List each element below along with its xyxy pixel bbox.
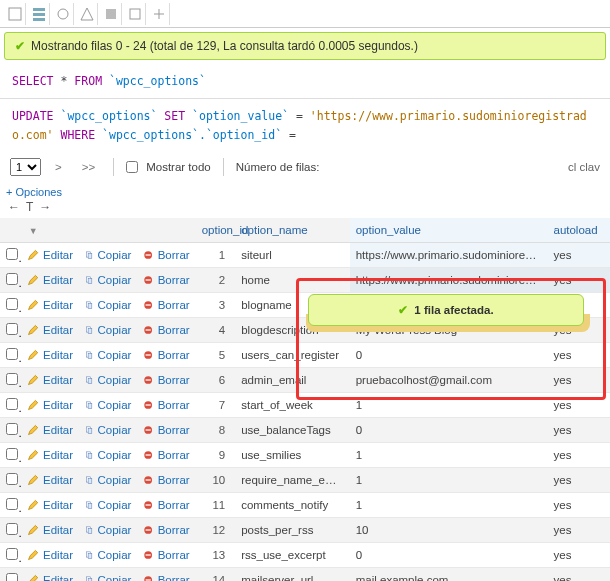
edit-link[interactable]: Editar <box>43 549 73 561</box>
row-checkbox[interactable] <box>6 448 18 460</box>
copy-link[interactable]: Copiar <box>97 274 131 286</box>
edit-link[interactable]: Editar <box>43 249 73 261</box>
row-checkbox[interactable] <box>6 473 18 485</box>
cell-option-id: 9 <box>196 443 236 468</box>
page-select[interactable]: 1 <box>10 158 41 176</box>
table-row: EditarCopiarBorrar11comments_notify1yes <box>0 493 610 518</box>
delete-link[interactable]: Borrar <box>158 299 190 311</box>
copy-link[interactable]: Copiar <box>97 449 131 461</box>
delete-link[interactable]: Borrar <box>158 424 190 436</box>
delete-link[interactable]: Borrar <box>158 399 190 411</box>
copy-link[interactable]: Copiar <box>97 299 131 311</box>
copy-link[interactable]: Copiar <box>97 574 131 581</box>
th-option-value[interactable]: option_value <box>350 218 548 243</box>
row-checkbox[interactable] <box>6 323 18 335</box>
copy-link[interactable]: Copiar <box>97 549 131 561</box>
cell-option-value[interactable]: https://www.primario.sudominioregistrado… <box>350 243 548 268</box>
row-checkbox[interactable] <box>6 398 18 410</box>
row-checkbox[interactable] <box>6 423 18 435</box>
row-checkbox[interactable] <box>6 373 18 385</box>
row-checkbox[interactable] <box>6 298 18 310</box>
tb-btn-1[interactable] <box>4 3 26 25</box>
arrow-right-icon[interactable]: → <box>39 200 51 214</box>
cell-option-value[interactable]: 1 <box>350 443 548 468</box>
cell-option-value[interactable]: https://www.primario.sudominioregistrado… <box>350 268 548 293</box>
delete-link[interactable]: Borrar <box>158 449 190 461</box>
copy-link[interactable]: Copiar <box>97 424 131 436</box>
edit-link[interactable]: Editar <box>43 349 73 361</box>
th-option-name[interactable]: option_name <box>235 218 350 243</box>
cell-autoload: yes <box>547 418 610 443</box>
edit-link[interactable]: Editar <box>43 449 73 461</box>
delete-link[interactable]: Borrar <box>158 374 190 386</box>
row-checkbox[interactable] <box>6 548 18 560</box>
edit-link[interactable]: Editar <box>43 474 73 486</box>
tb-btn-5[interactable] <box>100 3 122 25</box>
cell-option-value[interactable]: 1 <box>350 468 548 493</box>
delete-link[interactable]: Borrar <box>158 499 190 511</box>
delete-link[interactable]: Borrar <box>158 474 190 486</box>
delete-link[interactable]: Borrar <box>158 524 190 536</box>
delete-link[interactable]: Borrar <box>158 324 190 336</box>
sql-query-1: SELECT * FROM `wpcc_options` <box>0 64 610 99</box>
copy-link[interactable]: Copiar <box>97 374 131 386</box>
delete-link[interactable]: Borrar <box>158 274 190 286</box>
delete-link[interactable]: Borrar <box>158 549 190 561</box>
edit-link[interactable]: Editar <box>43 499 73 511</box>
cell-option-value[interactable]: mail.example.com <box>350 568 548 581</box>
delete-link[interactable]: Borrar <box>158 574 190 581</box>
tb-btn-6[interactable] <box>124 3 146 25</box>
copy-link[interactable]: Copiar <box>97 399 131 411</box>
copy-link[interactable]: Copiar <box>97 349 131 361</box>
table-row: EditarCopiarBorrar13rss_use_excerpt0yes <box>0 543 610 568</box>
edit-link[interactable]: Editar <box>43 399 73 411</box>
tb-btn-2[interactable] <box>28 3 50 25</box>
edit-link[interactable]: Editar <box>43 274 73 286</box>
copy-link[interactable]: Copiar <box>97 324 131 336</box>
sort-icon[interactable]: ▼ <box>29 226 38 236</box>
cell-option-value[interactable]: 1 <box>350 393 548 418</box>
arrow-t[interactable]: T <box>26 200 33 214</box>
edit-link[interactable]: Editar <box>43 424 73 436</box>
cell-option-value[interactable]: 1 <box>350 493 548 518</box>
cell-option-value[interactable]: 10 <box>350 518 548 543</box>
sql-query-2: UPDATE `wpcc_options` SET `option_value`… <box>0 99 610 152</box>
row-checkbox[interactable] <box>6 573 18 581</box>
row-checkbox[interactable] <box>6 348 18 360</box>
cell-option-value[interactable]: 0 <box>350 543 548 568</box>
cell-option-id: 14 <box>196 568 236 581</box>
copy-link[interactable]: Copiar <box>97 524 131 536</box>
show-all-checkbox[interactable] <box>126 161 138 173</box>
tb-btn-3[interactable] <box>52 3 74 25</box>
tb-btn-4[interactable] <box>76 3 98 25</box>
th-autoload[interactable]: autoload <box>547 218 610 243</box>
edit-link[interactable]: Editar <box>43 324 73 336</box>
svg-rect-26 <box>146 355 151 356</box>
next-page-btn[interactable]: > <box>49 159 68 175</box>
edit-link[interactable]: Editar <box>43 524 73 536</box>
cell-option-value[interactable]: pruebacolhost@gmail.com <box>350 368 548 393</box>
copy-link[interactable]: Copiar <box>97 499 131 511</box>
row-checkbox[interactable] <box>6 248 18 260</box>
cell-autoload: yes <box>547 468 610 493</box>
cell-option-id: 13 <box>196 543 236 568</box>
rows-count-label: Número de filas: <box>236 161 320 173</box>
delete-link[interactable]: Borrar <box>158 349 190 361</box>
arrow-left-icon[interactable]: ← <box>8 200 20 214</box>
copy-link[interactable]: Copiar <box>97 249 131 261</box>
svg-rect-30 <box>146 380 151 381</box>
tb-btn-7[interactable] <box>148 3 170 25</box>
row-checkbox[interactable] <box>6 523 18 535</box>
th-option-id[interactable]: option_id <box>196 218 236 243</box>
options-toggle[interactable]: + Opciones <box>0 182 610 200</box>
row-checkbox[interactable] <box>6 273 18 285</box>
delete-link[interactable]: Borrar <box>158 249 190 261</box>
edit-link[interactable]: Editar <box>43 374 73 386</box>
cell-option-value[interactable]: 0 <box>350 418 548 443</box>
copy-link[interactable]: Copiar <box>97 474 131 486</box>
cell-option-value[interactable]: 0 <box>350 343 548 368</box>
edit-link[interactable]: Editar <box>43 299 73 311</box>
edit-link[interactable]: Editar <box>43 574 73 581</box>
row-checkbox[interactable] <box>6 498 18 510</box>
last-page-btn[interactable]: >> <box>76 159 101 175</box>
